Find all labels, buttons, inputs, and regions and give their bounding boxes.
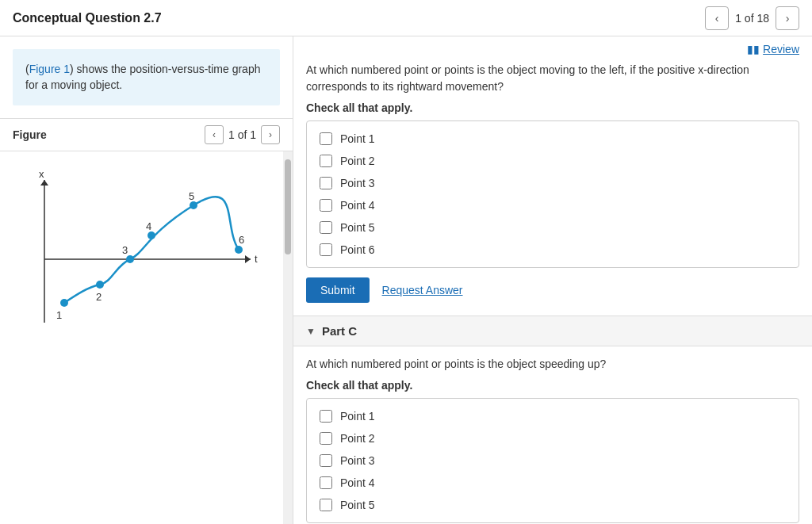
part-c-content: At which numbered point or points is the… bbox=[293, 346, 812, 523]
part-b-checkbox-6[interactable] bbox=[320, 243, 332, 256]
label-2: 2 bbox=[96, 291, 102, 303]
part-c-header: ▼ Part C bbox=[293, 316, 812, 346]
review-link-row: ▮▮ Review bbox=[293, 36, 812, 59]
point-3-dot bbox=[126, 255, 134, 263]
figure-nav-prev[interactable]: ‹ bbox=[205, 125, 224, 144]
review-link[interactable]: Review bbox=[763, 43, 799, 55]
part-c-checkbox-3[interactable] bbox=[320, 454, 332, 467]
figure-description: (Figure 1) shows the position-versus-tim… bbox=[13, 49, 280, 105]
part-c-option-1: Point 1 bbox=[307, 405, 799, 427]
label-1: 1 bbox=[56, 309, 62, 321]
figure-area: t x 1 2 bbox=[0, 151, 293, 524]
svg-marker-3 bbox=[40, 180, 48, 186]
part-c-options-box: Point 1 Point 2 Point 3 Point 4 Point 5 bbox=[306, 398, 799, 523]
part-b-label-6[interactable]: Point 6 bbox=[340, 243, 375, 256]
part-c-label-3[interactable]: Point 3 bbox=[340, 454, 375, 467]
part-b-check-label: Check all that apply. bbox=[293, 101, 812, 120]
top-bar: Conceptual Question 2.7 ‹ 1 of 18 › bbox=[0, 0, 812, 36]
request-answer-button[interactable]: Request Answer bbox=[382, 284, 463, 296]
part-c-label-5[interactable]: Point 5 bbox=[340, 499, 375, 511]
part-c-option-5: Point 5 bbox=[307, 494, 799, 516]
part-c-arrow: ▼ bbox=[306, 326, 316, 337]
x-axis-label: t bbox=[255, 253, 258, 265]
figure-link[interactable]: Figure 1 bbox=[29, 63, 70, 75]
scrollbar-thumb bbox=[285, 159, 291, 254]
submit-button[interactable]: Submit bbox=[306, 277, 370, 303]
left-panel: (Figure 1) shows the position-versus-tim… bbox=[0, 36, 293, 524]
part-c-checkbox-1[interactable] bbox=[320, 410, 332, 423]
part-c-checkbox-5[interactable] bbox=[320, 499, 332, 511]
part-c-option-3: Point 3 bbox=[307, 449, 799, 472]
part-c-label-2[interactable]: Point 2 bbox=[340, 432, 375, 445]
part-b-checkbox-5[interactable] bbox=[320, 221, 332, 234]
nav-controls: ‹ 1 of 18 › bbox=[705, 6, 799, 30]
part-b-option-3: Point 3 bbox=[307, 172, 799, 194]
point-6-dot bbox=[235, 246, 243, 254]
label-5: 5 bbox=[189, 190, 194, 202]
part-b-option-1: Point 1 bbox=[307, 128, 799, 150]
part-b-options-box: Point 1 Point 2 Point 3 Point 4 Point 5 … bbox=[306, 120, 799, 268]
point-1-dot bbox=[60, 299, 68, 307]
label-3: 3 bbox=[122, 244, 128, 256]
nav-next-button[interactable]: › bbox=[776, 6, 799, 30]
figure-page-label: 1 of 1 bbox=[228, 128, 256, 141]
part-c-label-4[interactable]: Point 4 bbox=[340, 476, 375, 489]
svg-marker-2 bbox=[245, 255, 251, 263]
part-c-checkbox-4[interactable] bbox=[320, 476, 332, 489]
position-time-graph: t x 1 2 bbox=[13, 164, 266, 338]
part-c-label-1[interactable]: Point 1 bbox=[340, 410, 375, 423]
part-b-label-4[interactable]: Point 4 bbox=[340, 199, 375, 212]
page-counter: 1 of 18 bbox=[735, 12, 769, 25]
part-b-checkbox-1[interactable] bbox=[320, 132, 332, 145]
figure-header: Figure ‹ 1 of 1 › bbox=[0, 118, 293, 151]
part-b-checkbox-4[interactable] bbox=[320, 199, 332, 212]
part-b-label-1[interactable]: Point 1 bbox=[340, 132, 375, 145]
part-b-question: At which numbered point or points is the… bbox=[293, 59, 812, 101]
part-c-checkbox-2[interactable] bbox=[320, 432, 332, 445]
part-b-option-4: Point 4 bbox=[307, 194, 799, 216]
right-panel[interactable]: ▮▮ Review At which numbered point or poi… bbox=[293, 36, 812, 524]
part-b-option-5: Point 5 bbox=[307, 216, 799, 239]
label-6: 6 bbox=[239, 234, 244, 246]
figure-nav-next[interactable]: › bbox=[261, 125, 280, 144]
graph-container: t x 1 2 bbox=[0, 151, 270, 354]
page-title: Conceptual Question 2.7 bbox=[13, 11, 162, 25]
part-c-option-2: Point 2 bbox=[307, 427, 799, 449]
point-5-dot bbox=[190, 201, 197, 209]
left-panel-scrollbar[interactable] bbox=[283, 151, 293, 524]
part-b-action-row: Submit Request Answer bbox=[293, 277, 812, 316]
y-axis-label: x bbox=[39, 168, 44, 180]
part-b-label-5[interactable]: Point 5 bbox=[340, 221, 375, 234]
point-2-dot bbox=[96, 281, 104, 289]
label-4: 4 bbox=[146, 220, 151, 232]
review-icon: ▮▮ bbox=[747, 43, 760, 55]
part-b-checkbox-3[interactable] bbox=[320, 177, 332, 189]
part-b-checkbox-2[interactable] bbox=[320, 155, 332, 167]
figure-nav: ‹ 1 of 1 › bbox=[205, 125, 280, 144]
part-b-option-2: Point 2 bbox=[307, 150, 799, 172]
main-layout: (Figure 1) shows the position-versus-tim… bbox=[0, 36, 812, 524]
part-c-label: Part C bbox=[322, 324, 357, 338]
part-b-label-2[interactable]: Point 2 bbox=[340, 155, 375, 167]
part-b-option-6: Point 6 bbox=[307, 239, 799, 261]
nav-prev-button[interactable]: ‹ bbox=[705, 6, 729, 30]
part-b-label-3[interactable]: Point 3 bbox=[340, 177, 375, 189]
point-4-dot bbox=[147, 231, 155, 239]
figure-title: Figure bbox=[13, 128, 47, 141]
part-c-option-4: Point 4 bbox=[307, 472, 799, 494]
part-c-question: At which numbered point or points is the… bbox=[293, 353, 812, 379]
part-c-check-label: Check all that apply. bbox=[293, 379, 812, 398]
